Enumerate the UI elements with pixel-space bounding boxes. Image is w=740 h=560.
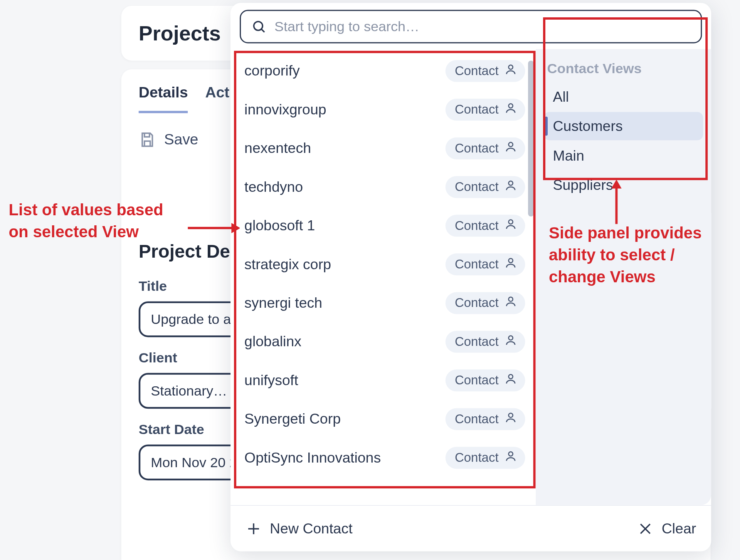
results-pane: corporifyContactinnovixgroupContactnexen… (230, 49, 535, 505)
result-badge: Contact (446, 330, 525, 352)
result-row[interactable]: strategix corpContact (236, 245, 534, 283)
clear-label: Clear (662, 520, 696, 537)
new-contact-button[interactable]: New Contact (246, 520, 352, 537)
svg-point-10 (509, 413, 513, 417)
views-pane: Contact Views AllCustomersMainSuppliers (536, 49, 711, 505)
badge-label: Contact (455, 179, 499, 194)
page-title: Projects (139, 21, 221, 45)
result-badge: Contact (446, 176, 525, 198)
badge-label: Contact (455, 295, 499, 310)
result-label: techdyno (244, 178, 303, 195)
person-icon (505, 63, 517, 79)
result-badge: Contact (446, 446, 525, 468)
view-item[interactable]: Customers (544, 112, 703, 140)
result-badge: Contact (446, 292, 525, 314)
result-badge: Contact (446, 137, 525, 159)
person-icon (505, 140, 517, 156)
result-badge: Contact (446, 369, 525, 391)
svg-point-7 (509, 297, 513, 301)
result-label: unifysoft (244, 372, 298, 388)
result-row[interactable]: OptiSync InnovationsContact (236, 438, 534, 477)
save-label: Save (164, 131, 198, 148)
save-icon (139, 131, 156, 148)
field-client-input[interactable]: Stationary… (139, 373, 243, 409)
result-row[interactable]: unifysoftContact (236, 361, 534, 399)
result-badge: Contact (446, 408, 525, 430)
result-row[interactable]: nexentechContact (236, 129, 534, 167)
result-label: corporify (244, 62, 300, 79)
person-icon (505, 411, 517, 427)
search-icon (251, 19, 266, 34)
result-label: synergi tech (244, 294, 322, 311)
badge-label: Contact (455, 450, 499, 465)
tab-details[interactable]: Details (139, 84, 188, 113)
result-label: OptiSync Innovations (244, 449, 381, 466)
badge-label: Contact (455, 63, 499, 78)
svg-point-1 (509, 65, 513, 69)
view-item[interactable]: All (544, 82, 703, 111)
result-label: nexentech (244, 140, 311, 156)
result-row[interactable]: synergi techContact (236, 283, 534, 322)
result-row[interactable]: innovixgroupContact (236, 90, 534, 129)
svg-point-0 (254, 22, 263, 30)
badge-label: Contact (455, 257, 499, 272)
result-label: Synergeti Corp (244, 411, 341, 427)
views-title: Contact Views (544, 60, 703, 77)
clear-button[interactable]: Clear (637, 520, 696, 537)
search-box[interactable] (240, 10, 702, 43)
view-item[interactable]: Main (544, 141, 703, 169)
plus-icon (246, 520, 262, 537)
new-contact-label: New Contact (270, 520, 353, 537)
svg-point-9 (509, 374, 513, 379)
svg-point-3 (509, 142, 513, 146)
field-startdate-input[interactable]: Mon Nov 20 2 (139, 444, 243, 480)
badge-label: Contact (455, 141, 499, 156)
svg-point-2 (509, 104, 513, 108)
result-badge: Contact (446, 99, 525, 121)
svg-point-8 (509, 335, 513, 340)
person-icon (505, 256, 517, 272)
result-label: innovixgroup (244, 101, 326, 117)
svg-point-5 (509, 220, 513, 224)
person-icon (505, 372, 517, 388)
result-row[interactable]: Synergeti CorpContact (236, 399, 534, 438)
result-badge: Contact (446, 253, 525, 275)
result-label: globalinx (244, 333, 301, 350)
badge-label: Contact (455, 334, 499, 349)
badge-label: Contact (455, 218, 499, 233)
svg-point-6 (509, 258, 513, 262)
close-icon (637, 520, 654, 537)
result-row[interactable]: globosoft 1Contact (236, 206, 534, 245)
badge-label: Contact (455, 411, 499, 426)
person-icon (505, 295, 517, 311)
contact-picker: corporifyContactinnovixgroupContactnexen… (230, 3, 711, 551)
result-label: globosoft 1 (244, 217, 315, 234)
badge-label: Contact (455, 373, 499, 388)
person-icon (505, 334, 517, 350)
tab-activity[interactable]: Act (205, 84, 230, 113)
person-icon (505, 449, 517, 466)
result-row[interactable]: corporifyContact (236, 51, 534, 90)
result-badge: Contact (446, 60, 525, 82)
scrollbar[interactable] (528, 60, 534, 216)
person-icon (505, 101, 517, 117)
badge-label: Contact (455, 102, 499, 117)
person-icon (505, 179, 517, 195)
svg-point-11 (509, 451, 513, 456)
field-title-input[interactable]: Upgrade to a (139, 301, 243, 337)
result-row[interactable]: techdynoContact (236, 168, 534, 206)
result-badge: Contact (446, 215, 525, 236)
result-row[interactable]: globalinxContact (236, 322, 534, 360)
picker-footer: New Contact Clear (230, 505, 711, 552)
person-icon (505, 217, 517, 233)
search-input[interactable] (274, 18, 690, 35)
svg-point-4 (509, 181, 513, 185)
result-label: strategix corp (244, 256, 331, 272)
view-item[interactable]: Suppliers (544, 171, 703, 199)
